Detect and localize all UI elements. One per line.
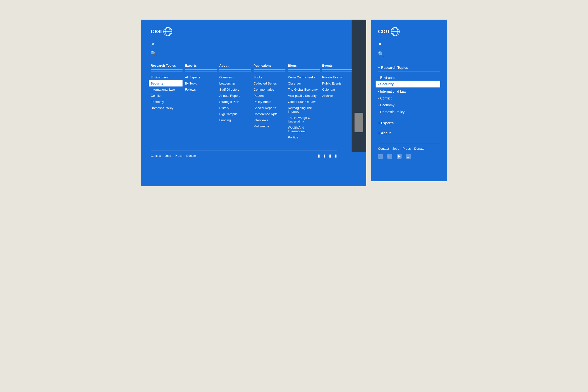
mobile-facebook-icon[interactable]: f: [378, 154, 383, 160]
mobile-search-button[interactable]: 🔍: [378, 51, 384, 57]
nav-item-observer[interactable]: Observer: [288, 80, 320, 86]
nav-item-calendar[interactable]: Calendar: [322, 86, 354, 92]
mobile-section-research-topics: + Research Topics - Environment - Securi…: [378, 63, 440, 118]
mobile-nav-icons: ✕ 🔍: [378, 41, 440, 57]
mobile-section-about: + About: [378, 128, 440, 138]
footer-link-contact[interactable]: Contact: [151, 154, 161, 158]
nav-item-commentaries[interactable]: Commentaries: [254, 86, 286, 92]
nav-item-fellows[interactable]: Fellows: [185, 86, 217, 92]
mobile-nav-items: + Research Topics - Environment - Securi…: [378, 63, 440, 138]
desktop-col-header-research-topics: Research Topics: [151, 64, 182, 70]
svg-text:☁: ☁: [407, 155, 409, 158]
desktop-col-research-topics: Research Topics Environment Security Int…: [151, 64, 185, 140]
nav-item-international-law[interactable]: International Law: [151, 86, 182, 92]
desktop-nav-columns: Research Topics Environment Security Int…: [151, 64, 356, 140]
nav-item-kevin-carmichaels[interactable]: Kevin Carmichael's: [288, 74, 320, 80]
mobile-youtube-icon[interactable]: [397, 154, 402, 160]
nav-item-papers[interactable]: Papers: [254, 92, 286, 99]
desktop-search-button[interactable]: 🔍: [151, 50, 156, 56]
twitter-icon[interactable]: ▮: [324, 153, 326, 158]
nav-item-special-reports[interactable]: Special Reports: [254, 105, 286, 111]
desktop-col-about: About Overview Leadership Staff Director…: [219, 64, 254, 140]
nav-item-archive[interactable]: Archive: [322, 92, 354, 99]
mobile-social-icons: f t ☁: [378, 154, 440, 160]
mobile-item-international-law[interactable]: - International Law: [378, 88, 440, 94]
nav-item-domestic-policy[interactable]: Domestic Policy: [151, 105, 182, 111]
youtube-icon[interactable]: ▮: [329, 153, 331, 158]
desktop-logo-text[interactable]: CIGI: [151, 28, 162, 35]
nav-item-economy[interactable]: Economy: [151, 99, 182, 105]
mobile-item-conflict[interactable]: - Conflict: [378, 94, 440, 101]
mobile-footer-link-press[interactable]: Press: [402, 147, 410, 150]
desktop-globe-icon: [163, 27, 172, 36]
mobile-item-security[interactable]: - Security: [376, 80, 440, 88]
desktop-col-blogs: Blogs Kevin Carmichael's Observer The Gl…: [288, 64, 322, 140]
nav-item-wealth-international[interactable]: Wealth And International: [288, 124, 320, 134]
nav-item-asia-pacific-security[interactable]: Asia-pacific Security: [288, 92, 320, 99]
nav-item-staff-directory[interactable]: Staff Directory: [219, 86, 251, 92]
scrollbar-thumb[interactable]: [354, 113, 363, 132]
nav-item-environment[interactable]: Environment: [151, 74, 182, 80]
nav-item-global-economy[interactable]: The Global Economy: [288, 86, 320, 92]
nav-item-books[interactable]: Books: [254, 74, 286, 80]
mobile-nav-panel: CIGI ✕ 🔍 + Research Topics - Environment…: [371, 20, 447, 181]
mobile-footer-links: Contact Jobs Press Donate: [378, 147, 440, 150]
nav-item-public-events[interactable]: Public Events: [322, 80, 354, 86]
nav-item-all-experts[interactable]: All Experts: [185, 74, 217, 80]
nav-item-funding[interactable]: Funding: [219, 117, 251, 123]
mobile-footer-link-donate[interactable]: Donate: [414, 147, 424, 150]
nav-item-cigi-campus[interactable]: Cigi Campus: [219, 111, 251, 117]
mobile-logo-text[interactable]: CIGI: [378, 28, 389, 35]
nav-item-private-events[interactable]: Private Evens: [322, 74, 354, 80]
mobile-section-header-experts[interactable]: + Experts: [378, 121, 440, 125]
mobile-section-header-about[interactable]: + About: [378, 131, 440, 135]
desktop-col-header-publications: Publicaions: [254, 64, 286, 70]
nav-item-collected-series[interactable]: Collected Series: [254, 80, 286, 86]
desktop-footer-links: Contact Jobs Press Donate: [151, 154, 196, 158]
mobile-item-domestic-policy[interactable]: - Domestic Policy: [378, 108, 440, 115]
nav-item-strategic-plan[interactable]: Strategic Plan: [219, 99, 251, 105]
svg-rect-8: [387, 154, 392, 159]
mobile-section-header-research-topics[interactable]: + Research Topics: [378, 66, 440, 70]
mobile-close-button[interactable]: ✕: [378, 41, 384, 47]
desktop-social-icons: ▮ ▮ ▮ ▮: [318, 153, 337, 158]
nav-item-history[interactable]: History: [219, 105, 251, 111]
desktop-nav-panel: CIGI ✕ 🔍 Research Topics Environment Sec…: [141, 20, 366, 186]
nav-item-reimagining-internet[interactable]: Reimagining The Internet: [288, 105, 320, 115]
mobile-twitter-icon[interactable]: t: [387, 154, 392, 160]
nav-item-new-age-uncertainty[interactable]: The New Age Of Uncertainty: [288, 115, 320, 124]
footer-link-donate[interactable]: Donate: [186, 154, 196, 158]
nav-item-by-topic[interactable]: By Topic: [185, 80, 217, 86]
nav-item-conference-rpts[interactable]: Conference Rpts.: [254, 111, 286, 117]
mobile-item-environment[interactable]: - Environment: [378, 74, 440, 80]
nav-item-global-rule-of-law[interactable]: Global Rule Of Law: [288, 99, 320, 105]
mobile-section-experts: + Experts: [378, 118, 440, 128]
nav-item-conflict[interactable]: Conflict: [151, 92, 182, 99]
desktop-close-button[interactable]: ✕: [151, 41, 156, 47]
svg-rect-6: [378, 154, 383, 159]
nav-item-leadership[interactable]: Leadership: [219, 80, 251, 86]
nav-item-multimedia[interactable]: Multimedia: [254, 123, 286, 129]
mobile-item-economy[interactable]: - Economy: [378, 101, 440, 108]
mobile-footer-link-jobs[interactable]: Jobs: [392, 147, 399, 150]
desktop-col-publications: Publicaions Books Collected Series Comme…: [254, 64, 288, 140]
nav-item-politics[interactable]: Politics: [288, 134, 320, 140]
mobile-logo-area: CIGI: [378, 27, 440, 36]
nav-item-interviews[interactable]: Interviews: [254, 117, 286, 123]
desktop-col-header-experts: Experts: [185, 64, 217, 70]
mobile-soundcloud-icon[interactable]: ☁: [406, 154, 411, 160]
footer-link-jobs[interactable]: Jobs: [165, 154, 171, 158]
footer-link-press[interactable]: Press: [175, 154, 182, 158]
nav-item-policy-briefs[interactable]: Policy Briefs: [254, 99, 286, 105]
facebook-icon[interactable]: ▮: [318, 153, 320, 158]
desktop-col-experts: Experts All Experts By Topic Fellows: [185, 64, 219, 140]
soundcloud-icon[interactable]: ▮: [335, 153, 337, 158]
mobile-footer-link-contact[interactable]: Contact: [378, 147, 389, 150]
nav-item-security[interactable]: Security: [149, 80, 182, 86]
desktop-col-header-events: Events: [322, 64, 354, 70]
mobile-footer: Contact Jobs Press Donate f t ☁: [378, 143, 440, 160]
nav-item-annual-report[interactable]: Annual Report: [219, 92, 251, 99]
mobile-globe-icon: [390, 27, 400, 36]
nav-item-overview[interactable]: Overview: [219, 74, 251, 80]
desktop-footer: Contact Jobs Press Donate ▮ ▮ ▮ ▮: [151, 150, 337, 158]
